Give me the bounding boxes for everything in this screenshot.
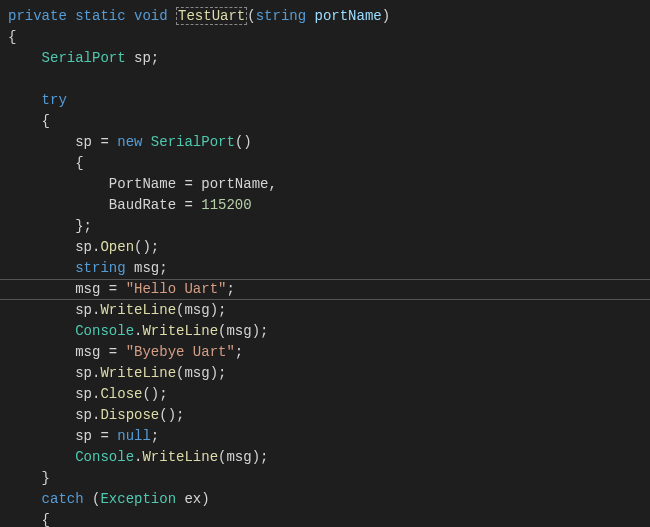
code-line: BaudRate = 115200 (8, 195, 650, 216)
type-serialport: SerialPort (151, 134, 235, 150)
code-line: } (8, 468, 650, 489)
keyword-void: void (134, 8, 168, 24)
code-line: Console.WriteLine(msg); (8, 321, 650, 342)
code-line: { (8, 153, 650, 174)
type-console: Console (75, 449, 134, 465)
code-line: string msg; (8, 258, 650, 279)
code-line: sp.WriteLine(msg); (8, 363, 650, 384)
type-console: Console (75, 323, 134, 339)
number-literal: 115200 (201, 197, 251, 213)
code-line: sp.Dispose(); (8, 405, 650, 426)
code-line: try (8, 90, 650, 111)
method-writeline: WriteLine (142, 323, 218, 339)
code-line: }; (8, 216, 650, 237)
code-line: sp.Open(); (8, 237, 650, 258)
method-writeline: WriteLine (100, 365, 176, 381)
code-line: sp.Close(); (8, 384, 650, 405)
type-exception: Exception (100, 491, 176, 507)
keyword-static: static (75, 8, 125, 24)
keyword-null: null (117, 428, 151, 444)
method-open: Open (100, 239, 134, 255)
method-name-testuart: TestUart (176, 7, 247, 25)
prop-portname: PortName = portName, (109, 176, 277, 192)
code-line: msg = "Byebye Uart"; (8, 342, 650, 363)
code-line: sp = null; (8, 426, 650, 447)
keyword-try: try (42, 92, 67, 108)
type-serialport: SerialPort (42, 50, 126, 66)
keyword-private: private (8, 8, 67, 24)
code-line: sp = new SerialPort() (8, 132, 650, 153)
code-line: { (8, 510, 650, 527)
code-line: PortName = portName, (8, 174, 650, 195)
code-line: private static void TestUart(string port… (8, 6, 650, 27)
string-literal: "Hello Uart" (126, 281, 227, 297)
param-portname: portName (315, 8, 382, 24)
prop-baudrate: BaudRate = (109, 197, 201, 213)
keyword-new: new (117, 134, 142, 150)
method-writeline: WriteLine (142, 449, 218, 465)
keyword-string: string (75, 260, 125, 276)
method-dispose: Dispose (100, 407, 159, 423)
code-editor: private static void TestUart(string port… (0, 0, 650, 527)
code-line: SerialPort sp; (8, 48, 650, 69)
code-line: { (8, 111, 650, 132)
keyword-catch: catch (42, 491, 84, 507)
string-literal: "Byebye Uart" (126, 344, 235, 360)
method-close: Close (100, 386, 142, 402)
method-writeline: WriteLine (100, 302, 176, 318)
code-line: sp.WriteLine(msg); (8, 300, 650, 321)
blank-line (8, 69, 650, 90)
code-line: msg = "Hello Uart"; (8, 279, 650, 300)
code-line: catch (Exception ex) (8, 489, 650, 510)
code-line: { (8, 27, 650, 48)
code-line: Console.WriteLine(msg); (8, 447, 650, 468)
keyword-string: string (256, 8, 306, 24)
